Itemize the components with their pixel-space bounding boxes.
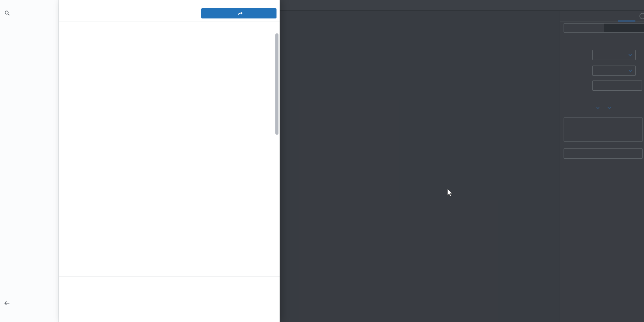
alert-message-input[interactable] xyxy=(564,117,643,142)
configure-alert-button[interactable] xyxy=(564,148,643,159)
resolution-select[interactable] xyxy=(592,50,636,60)
sidebar xyxy=(0,0,59,322)
chevron-down-icon xyxy=(628,70,632,72)
disclaimer-footer xyxy=(59,276,280,280)
alert-timing-selects xyxy=(592,107,611,109)
toggle-precio[interactable] xyxy=(564,24,604,32)
chevron-down-icon xyxy=(596,107,600,109)
price-type-select[interactable] xyxy=(592,66,636,76)
divider xyxy=(59,22,280,22)
chevron-down-icon xyxy=(608,107,611,109)
ticket-tabs xyxy=(560,11,644,22)
technical-signals-panel xyxy=(59,0,280,322)
search-icon xyxy=(4,10,10,16)
hide-menu-button[interactable] xyxy=(4,301,13,306)
share-arrow-icon xyxy=(237,11,243,16)
chevron-down-icon xyxy=(628,54,632,57)
trading-app xyxy=(0,0,644,322)
deal-ticket-panel xyxy=(560,11,644,322)
table-scrollbar[interactable] xyxy=(275,33,278,135)
help-icon[interactable] xyxy=(639,12,644,20)
add-indicator-button[interactable] xyxy=(592,80,642,91)
price-indicator-toggle xyxy=(564,23,644,33)
search-input[interactable] xyxy=(0,0,58,16)
add-to-workspace-button[interactable] xyxy=(201,8,277,18)
active-tab-underline xyxy=(618,20,635,22)
toggle-indicador[interactable] xyxy=(604,24,644,32)
arrow-left-icon xyxy=(4,301,10,306)
signals-table xyxy=(59,31,280,276)
